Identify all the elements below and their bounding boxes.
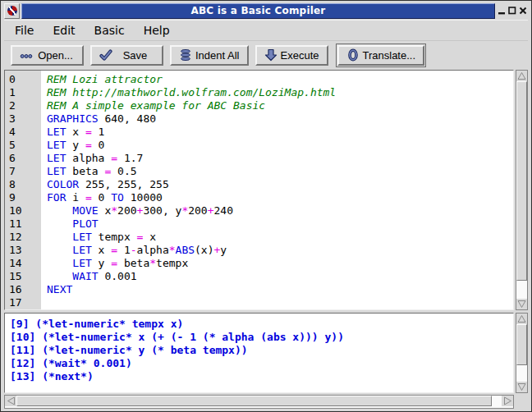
scroll-up-arrow-icon[interactable] <box>516 314 527 324</box>
line-number: 15 <box>9 270 41 283</box>
code-line: LET alpha = 1.7 <box>47 152 513 165</box>
code-line: NEXT <box>47 283 513 296</box>
scroll-up-arrow-icon[interactable] <box>516 71 527 81</box>
scroll-down-arrow-icon[interactable] <box>516 299 527 309</box>
code-line: LET x = 1 <box>47 126 513 139</box>
scroll-left-arrow-icon[interactable] <box>5 396 16 406</box>
line-number: 14 <box>9 257 41 270</box>
output-line: [11] (*let-numeric* y (* beta tempx)) <box>10 344 513 357</box>
code-line: GRAPHICS 640, 480 <box>47 112 513 126</box>
ring-icon <box>346 48 360 62</box>
code-line: LET y = beta*tempx <box>47 257 513 270</box>
line-number: 16 <box>9 283 41 296</box>
line-number: 12 <box>9 231 41 244</box>
editor-frame: 01234567891011121314151617 REM Lozi attr… <box>4 70 514 310</box>
code-line: REM http://mathworld.wolfram.com/LoziMap… <box>47 86 513 99</box>
translation-output[interactable]: [9] (*let-numeric* tempx x)[10] (*let-nu… <box>5 314 513 392</box>
indent-all-button[interactable]: Indent All <box>170 45 249 66</box>
line-number: 7 <box>9 165 41 178</box>
menu-help[interactable]: Help <box>141 22 172 39</box>
close-icon <box>519 7 527 15</box>
translate-button-label: Translate... <box>363 49 416 62</box>
open-button-label: Open... <box>36 49 75 62</box>
output-row: [9] (*let-numeric* tempx x)[10] (*let-nu… <box>4 313 528 393</box>
code-line: REM Lozi attractor <box>47 73 513 86</box>
line-number: 11 <box>9 217 41 231</box>
line-number: 1 <box>9 86 41 99</box>
execute-button-label: Execute <box>281 49 319 62</box>
code-line <box>47 296 513 309</box>
code-line: REM A simple example for ABC Basic <box>47 99 513 112</box>
menu-edit[interactable]: Edit <box>50 22 77 39</box>
code-line: LET x = 1-alpha*ABS(x)+y <box>47 244 513 257</box>
line-number: 5 <box>9 139 41 152</box>
maximize-button[interactable] <box>508 7 516 15</box>
line-number-gutter: 01234567891011121314151617 <box>5 71 41 309</box>
output-line: [13] (*next*) <box>10 370 513 383</box>
app-icon <box>7 6 17 16</box>
line-number: 4 <box>9 126 41 139</box>
scroll-right-arrow-icon[interactable] <box>502 396 513 406</box>
editor-vscroll-thumb[interactable] <box>516 81 527 281</box>
code-line: WAIT 0.001 <box>47 270 513 283</box>
output-vscroll-thumb[interactable] <box>516 324 527 365</box>
line-number: 8 <box>9 178 41 191</box>
code-line: LET beta = 0.5 <box>47 165 513 178</box>
code-line: MOVE x*200+300, y*200+240 <box>47 204 513 217</box>
indent-stack-icon <box>179 48 192 62</box>
output-line: [9] (*let-numeric* tempx x) <box>10 318 513 331</box>
code-line: LET y = 0 <box>47 139 513 152</box>
minimize-button[interactable] <box>498 7 506 15</box>
titlebar-row: ABC is a Basic Compiler <box>4 3 528 19</box>
save-button-label: Save <box>116 49 154 62</box>
line-number: 17 <box>9 296 41 309</box>
maximize-icon <box>508 7 516 15</box>
execute-button[interactable]: Execute <box>255 45 328 66</box>
editor-row: 01234567891011121314151617 REM Lozi attr… <box>4 70 528 310</box>
app-window: ABC is a Basic Compiler File Edit Basic … <box>0 0 532 412</box>
code-editor[interactable]: REM Lozi attractorREM http://mathworld.w… <box>41 71 513 309</box>
window-controls <box>497 3 528 19</box>
arrow-down-icon <box>264 48 277 62</box>
line-number: 3 <box>9 112 41 126</box>
minimize-icon <box>498 7 506 15</box>
translate-button[interactable]: Translate... <box>337 45 425 66</box>
output-frame: [9] (*let-numeric* tempx x)[10] (*let-nu… <box>4 313 514 393</box>
output-line: [10] (*let-numeric* x (+ (- 1 (* alpha (… <box>10 331 513 344</box>
menubar: File Edit Basic Help <box>4 20 528 41</box>
line-number: 10 <box>9 204 41 217</box>
indent-all-button-label: Indent All <box>195 49 240 62</box>
line-number: 13 <box>9 244 41 257</box>
menu-basic[interactable]: Basic <box>92 22 127 39</box>
open-button[interactable]: Open... <box>11 45 84 66</box>
code-line: FOR i = 0 TO 10000 <box>47 191 513 204</box>
menu-file[interactable]: File <box>12 22 36 39</box>
check-icon <box>99 48 112 62</box>
window-menu-button[interactable] <box>4 3 20 19</box>
code-line: COLOR 255, 255, 255 <box>47 178 513 191</box>
toolbar: Open... Save Indent All Execute <box>4 41 528 69</box>
line-number: 2 <box>9 99 41 112</box>
window-title: ABC is a Basic Compiler <box>191 5 326 16</box>
line-number: 0 <box>9 73 41 86</box>
line-number: 6 <box>9 152 41 165</box>
hscrollbar[interactable] <box>4 395 514 409</box>
code-line: PLOT <box>47 217 513 231</box>
output-vscrollbar[interactable] <box>516 313 528 393</box>
scroll-down-arrow-icon[interactable] <box>516 382 527 392</box>
code-line: LET tempx = x <box>47 231 513 244</box>
close-button[interactable] <box>519 7 527 15</box>
open-dots-icon <box>20 48 33 62</box>
editor-vscrollbar[interactable] <box>516 70 528 310</box>
output-line: [12] (*wait* 0.001) <box>10 357 513 370</box>
save-button[interactable]: Save <box>90 45 163 66</box>
titlebar[interactable]: ABC is a Basic Compiler <box>21 3 495 19</box>
line-number: 9 <box>9 191 41 204</box>
hscroll-thumb[interactable] <box>16 396 492 406</box>
